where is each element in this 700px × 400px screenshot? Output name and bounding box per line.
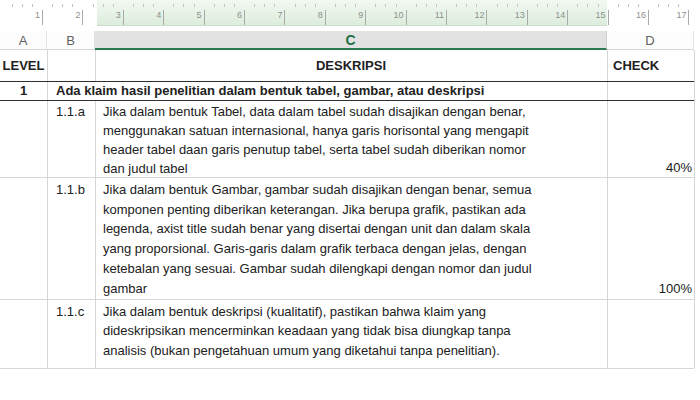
ruler-minor-tick: [274, 4, 275, 7]
ruler-minor-tick: [618, 4, 619, 7]
ruler-number: 10: [388, 10, 404, 20]
code-value: 1.1.c: [56, 304, 84, 319]
ruler-minor-tick: [587, 4, 588, 7]
gridline-vertical: [95, 100, 96, 368]
desc-line: dan judul tabel: [103, 159, 605, 178]
ruler-tick: [284, 10, 285, 25]
ruler-tick: [648, 10, 649, 25]
ruler-minor-tick: [264, 4, 265, 7]
ruler-minor-tick: [658, 4, 659, 7]
desc-line: komponen penting diberikan keterangan. J…: [103, 200, 605, 220]
ruler-minor-tick: [113, 4, 114, 7]
ruler-minor-tick: [194, 4, 195, 7]
check-value: 100%: [659, 281, 692, 296]
ruler-minor-tick: [355, 4, 356, 7]
code-value: 1.1.a: [56, 104, 85, 119]
column-header-a[interactable]: A: [0, 31, 47, 50]
ruler-tick: [527, 10, 528, 25]
header-cell-level[interactable]: LEVEL: [0, 50, 47, 81]
ruler-tick: [567, 10, 568, 25]
ruler-minor-tick: [153, 4, 154, 7]
ruler-minor-tick: [385, 4, 386, 7]
ruler-number: 1: [24, 10, 40, 20]
code-cell-11b[interactable]: 1.1.b: [56, 180, 85, 199]
column-header-d[interactable]: D: [607, 31, 694, 50]
column-header-b[interactable]: B: [47, 31, 95, 50]
level-value: 1: [20, 83, 27, 98]
ruler-minor-tick: [62, 4, 63, 7]
ruler-number: 11: [428, 10, 444, 20]
ruler-minor-tick: [456, 4, 457, 7]
claim-title-cell[interactable]: Ada klaim hasil penelitian dalam bentuk …: [56, 81, 484, 100]
ruler-minor-tick: [224, 4, 225, 7]
ruler-number: 7: [266, 10, 282, 20]
column-header-c[interactable]: C: [95, 31, 607, 50]
ruler-number: 17: [670, 10, 686, 20]
ruler-minor-tick: [305, 4, 306, 7]
gridline-vertical: [607, 50, 608, 368]
ruler-minor-tick: [295, 4, 296, 7]
ruler-number: 4: [145, 10, 161, 20]
header-cell-deskripsi[interactable]: DESKRIPSI: [95, 50, 607, 81]
ruler-minor-tick: [638, 4, 639, 7]
column-header-label: A: [19, 33, 28, 48]
header-label: CHECK: [613, 58, 659, 73]
ruler-minor-tick: [517, 4, 518, 7]
ruler-tick: [446, 10, 447, 25]
code-cell-11c[interactable]: 1.1.c: [56, 302, 84, 321]
ruler-tick: [123, 10, 124, 25]
desc-cell-11b[interactable]: Jika dalam bentuk Gambar, gambar sudah d…: [103, 180, 605, 298]
check-value: 40%: [666, 160, 692, 175]
ruler-tick: [244, 10, 245, 25]
ruler-minor-tick: [254, 4, 255, 7]
code-value: 1.1.b: [56, 182, 85, 197]
check-cell-11b[interactable]: 100%: [607, 279, 694, 298]
ruler-tick: [688, 10, 689, 25]
ruler-number: 5: [186, 10, 202, 20]
ruler-number: 13: [509, 10, 525, 20]
column-header-label: B: [66, 33, 75, 48]
ruler-minor-tick: [133, 4, 134, 7]
ruler-tick: [608, 10, 609, 25]
level-cell-1[interactable]: 1: [0, 81, 47, 100]
desc-line: gambar: [103, 279, 605, 299]
check-cell-11c[interactable]: [607, 347, 692, 366]
ruler-tick: [82, 10, 83, 25]
ruler-minor-tick: [345, 4, 346, 7]
ruler-number: 16: [630, 10, 646, 20]
ruler-minor-tick: [678, 4, 679, 7]
desc-line: Jika dalam bentuk deskripsi (kualitatif)…: [103, 302, 605, 321]
gridline-horizontal: [0, 368, 694, 369]
ruler-number: 14: [549, 10, 565, 20]
desc-line: analisis (bukan pengetahuan umum yang di…: [103, 341, 605, 360]
ruler-tick: [325, 10, 326, 25]
column-header-label: C: [345, 32, 355, 48]
ruler-minor-tick: [396, 4, 397, 7]
desc-line: legenda, axist title sudah benar yang di…: [103, 219, 605, 239]
ruler-minor-tick: [557, 4, 558, 7]
ruler-number: 8: [307, 10, 323, 20]
ruler-minor-tick: [214, 4, 215, 7]
desc-line: header tabel daan garis penutup tabel, s…: [103, 140, 605, 159]
ruler-tick: [163, 10, 164, 25]
desc-cell-11c[interactable]: Jika dalam bentuk deskripsi (kualitatif)…: [103, 302, 605, 360]
ruler: 1234567891011121314151617: [0, 0, 700, 26]
claim-title-text: Ada klaim hasil penelitian dalam bentuk …: [56, 83, 484, 98]
header-label: LEVEL: [3, 58, 45, 73]
desc-cell-11a[interactable]: Jika dalam bentuk Tabel, data dalam tabe…: [103, 102, 605, 178]
header-cell-check[interactable]: CHECK: [607, 50, 694, 81]
ruler-number: 2: [64, 10, 80, 20]
ruler-minor-tick: [628, 4, 629, 7]
code-cell-11a[interactable]: 1.1.a: [56, 102, 85, 121]
desc-line: Jika dalam bentuk Gambar, gambar sudah d…: [103, 180, 605, 200]
check-cell-11a[interactable]: 40%: [607, 158, 694, 177]
ruler-number: 15: [590, 10, 606, 20]
desc-line: dideskripsikan mencerminkan keadaan yang…: [103, 321, 605, 340]
ruler-minor-tick: [416, 4, 417, 7]
desc-line: menggunakan satuan internasional, hanya …: [103, 121, 605, 140]
ruler-minor-tick: [72, 4, 73, 7]
ruler-minor-tick: [234, 4, 235, 7]
ruler-tick: [365, 10, 366, 25]
ruler-minor-tick: [103, 4, 104, 7]
ruler-minor-tick: [12, 4, 13, 7]
